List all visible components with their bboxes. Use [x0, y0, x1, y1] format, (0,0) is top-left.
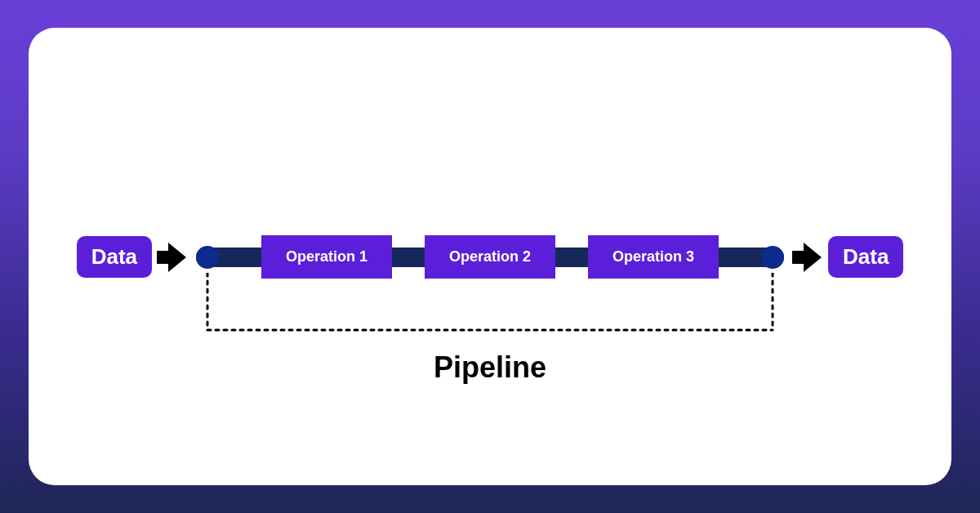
operation-box: Operation 3 — [588, 235, 719, 279]
input-label: Data — [91, 244, 137, 270]
pipeline-diagram: Data Operation 1 Operation 2 Operation 3 — [29, 236, 951, 278]
output-label: Data — [843, 244, 889, 270]
diagram-card: Data Operation 1 Operation 2 Operation 3 — [29, 28, 951, 485]
pipeline-track: Operation 1 Operation 2 Operation 3 — [196, 248, 784, 267]
pipe-cap-right — [761, 246, 784, 269]
input-data-box: Data — [77, 236, 152, 278]
operation-label: Operation 2 — [449, 248, 531, 265]
operation-label: Operation 1 — [286, 248, 368, 265]
bracket-annotation — [196, 273, 784, 338]
pipe-cap-left — [196, 246, 219, 269]
pipeline-caption: Pipeline — [29, 350, 951, 385]
operation-box: Operation 2 — [425, 235, 555, 279]
arrow-right-icon — [792, 241, 823, 274]
operation-box: Operation 1 — [261, 235, 392, 279]
operation-label: Operation 3 — [612, 248, 694, 265]
arrow-right-icon — [157, 241, 188, 274]
output-data-box: Data — [828, 236, 903, 278]
